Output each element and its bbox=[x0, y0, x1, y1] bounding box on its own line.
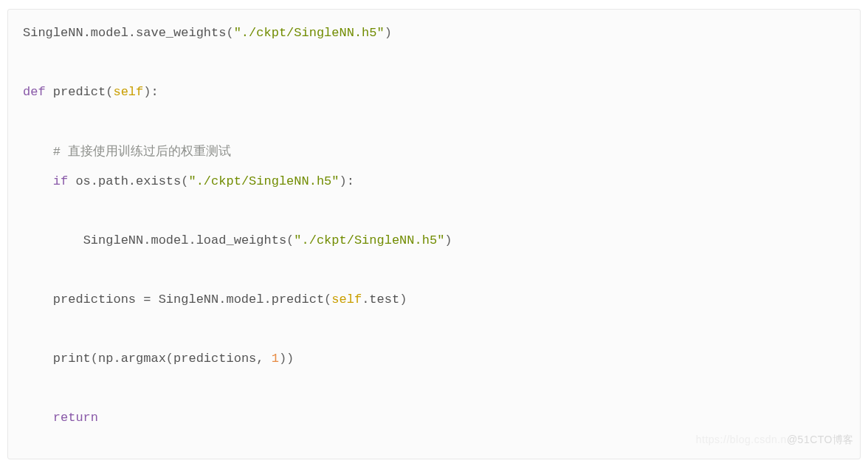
code-token: self bbox=[113, 85, 143, 99]
code-token: . bbox=[362, 292, 369, 307]
code-token: print bbox=[53, 352, 91, 366]
code-token: model bbox=[91, 26, 128, 40]
code-line bbox=[23, 196, 845, 226]
code-token: . bbox=[218, 292, 226, 307]
code-token: predict bbox=[53, 85, 106, 99]
code-token: ) bbox=[444, 233, 452, 247]
code-line: # 直接使用训练过后的权重测试 bbox=[23, 137, 845, 167]
code-token: . bbox=[264, 292, 271, 307]
code-token: SingleNN bbox=[159, 292, 219, 307]
code-token: : bbox=[151, 85, 158, 99]
code-block: SingleNN.model.save_weights("./ckpt/Sing… bbox=[7, 9, 861, 459]
code-token: "./ckpt/SingleNN.h5" bbox=[234, 26, 385, 40]
code-token: test bbox=[369, 292, 399, 307]
code-token: predictions bbox=[53, 292, 136, 307]
code-token: . bbox=[128, 26, 136, 40]
code-token: os bbox=[75, 174, 90, 188]
code-token: ( bbox=[91, 352, 98, 366]
code-line bbox=[23, 315, 845, 344]
code-token: ) bbox=[340, 174, 347, 188]
code-token: "./ckpt/SingleNN.h5" bbox=[188, 174, 339, 188]
code-token: . bbox=[91, 174, 98, 188]
code-token: . bbox=[83, 26, 91, 40]
code-token: . bbox=[143, 233, 151, 247]
code-line: return bbox=[23, 403, 845, 433]
code-token: 直接使用训练过后的权重测试 bbox=[68, 144, 231, 158]
code-token: SingleNN bbox=[23, 26, 83, 40]
code-line bbox=[23, 256, 845, 285]
code-line: if os.path.exists("./ckpt/SingleNN.h5"): bbox=[23, 167, 845, 196]
code-token: def bbox=[23, 85, 46, 99]
code-line: SingleNN.model.save_weights("./ckpt/Sing… bbox=[23, 18, 845, 48]
code-token: ) bbox=[143, 85, 151, 99]
code-token: load_weights bbox=[196, 233, 286, 247]
code-token: model bbox=[226, 292, 264, 307]
code-token: argmax bbox=[121, 352, 166, 366]
code-token: = bbox=[143, 292, 151, 307]
code-token bbox=[136, 292, 143, 307]
code-token: # bbox=[53, 145, 68, 159]
code-content: SingleNN.model.save_weights("./ckpt/Sing… bbox=[23, 18, 845, 433]
watermark-text: @51CTO博客 bbox=[787, 434, 854, 445]
code-token bbox=[264, 352, 271, 366]
code-token: if bbox=[53, 174, 68, 188]
code-token: self bbox=[331, 292, 362, 307]
code-token: ( bbox=[226, 26, 233, 40]
code-token: ( bbox=[324, 292, 331, 307]
code-token: . bbox=[128, 174, 136, 188]
code-token: ( bbox=[106, 85, 113, 99]
code-token: ) bbox=[286, 352, 294, 366]
code-token: exists bbox=[136, 174, 181, 188]
code-token: , bbox=[256, 352, 264, 366]
code-token bbox=[46, 85, 53, 99]
code-token: ) bbox=[399, 292, 407, 307]
code-line bbox=[23, 374, 845, 403]
code-line: predictions = SingleNN.model.predict(sel… bbox=[23, 285, 845, 315]
code-token: . bbox=[188, 233, 196, 247]
code-token: path bbox=[98, 174, 128, 188]
code-token bbox=[151, 292, 158, 307]
code-token: ) bbox=[385, 26, 392, 40]
code-token: return bbox=[53, 411, 98, 425]
code-line bbox=[23, 48, 845, 78]
code-token: 1 bbox=[272, 352, 279, 366]
code-token: ( bbox=[286, 233, 294, 247]
code-token: ( bbox=[166, 352, 173, 366]
code-line bbox=[23, 107, 845, 137]
code-token bbox=[68, 174, 75, 188]
code-token: ( bbox=[181, 174, 188, 188]
code-line: print(np.argmax(predictions, 1)) bbox=[23, 344, 845, 374]
code-token: save_weights bbox=[136, 26, 226, 40]
code-token: . bbox=[113, 352, 120, 366]
code-token: "./ckpt/SingleNN.h5" bbox=[294, 233, 444, 247]
code-token: : bbox=[347, 174, 354, 188]
code-token: model bbox=[151, 233, 188, 247]
code-line: SingleNN.model.load_weights("./ckpt/Sing… bbox=[23, 226, 845, 256]
watermark-url: https://blog.csdn.n bbox=[696, 434, 787, 445]
code-line: def predict(self): bbox=[23, 78, 845, 107]
code-token: ) bbox=[279, 352, 286, 366]
code-token: predictions bbox=[173, 352, 256, 366]
code-token: SingleNN bbox=[83, 233, 144, 247]
code-token: np bbox=[98, 352, 113, 366]
code-token: predict bbox=[272, 292, 324, 307]
